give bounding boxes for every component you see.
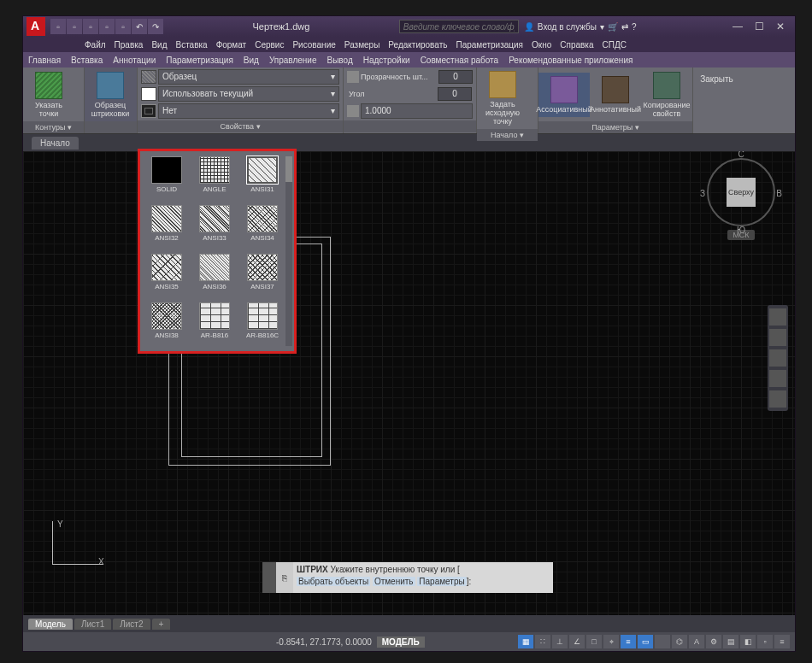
close-hatch-panel[interactable]: Закрыть: [693, 67, 740, 133]
viewcube-face-top[interactable]: Сверху: [727, 178, 756, 207]
status-ws-icon[interactable]: ⚙: [706, 635, 721, 648]
menu-dimensions[interactable]: Размеры: [344, 40, 380, 50]
status-osnap-icon[interactable]: □: [586, 635, 602, 648]
nav-orbit-icon[interactable]: [769, 370, 786, 387]
cmd-opt-select[interactable]: Выбрать объекты: [297, 577, 370, 586]
menu-insert[interactable]: Вставка: [175, 40, 207, 50]
search-input[interactable]: [399, 20, 519, 33]
tab-output[interactable]: Вывод: [322, 56, 358, 65]
qat-saveas-icon[interactable]: ▫: [99, 19, 115, 34]
hatch-pattern-button[interactable]: Образец штриховки: [85, 68, 136, 121]
status-iso-icon[interactable]: ◧: [740, 635, 756, 648]
hatch-item-ansi33[interactable]: ANSI33: [193, 205, 236, 249]
menu-edit2[interactable]: Редактировать: [388, 40, 447, 50]
viewcube-e[interactable]: В: [776, 189, 782, 198]
scale-input[interactable]: 1.0000: [361, 103, 473, 119]
close-icon[interactable]: ✕: [776, 21, 785, 32]
menu-view[interactable]: Вид: [151, 40, 167, 50]
status-custom-icon[interactable]: ≡: [774, 635, 790, 648]
viewcube[interactable]: Сверху С Ю В З МСК: [703, 158, 780, 252]
cmdline-grip[interactable]: [262, 562, 276, 593]
qat-print-icon[interactable]: ▫: [115, 19, 131, 34]
layout-sheet1[interactable]: Лист1: [74, 619, 111, 630]
menu-window[interactable]: Окно: [532, 40, 551, 50]
copy-props-button[interactable]: Копирование свойств: [641, 68, 692, 121]
menu-parametrize[interactable]: Параметризация: [456, 40, 523, 50]
hatch-item-ar-b816c[interactable]: AR-B816C: [241, 302, 284, 346]
exchange-icon[interactable]: ⇄: [621, 22, 628, 32]
hatch-item-ansi34[interactable]: ANSI34: [241, 205, 284, 249]
panel-title-props[interactable]: Свойства ▾: [138, 120, 343, 132]
hatch-item-ar-b816[interactable]: AR-B816: [193, 302, 236, 346]
status-scale-icon[interactable]: ⌬: [672, 635, 687, 648]
tab-view[interactable]: Вид: [238, 56, 264, 65]
tab-collab[interactable]: Совместная работа: [415, 56, 504, 65]
bg-dropdown[interactable]: Нет▾: [158, 103, 339, 119]
viewcube-n[interactable]: С: [738, 151, 744, 159]
color-dropdown[interactable]: Использовать текущий▾: [158, 86, 339, 102]
cmd-opt-params[interactable]: Параметры: [417, 577, 466, 586]
qat-redo-icon[interactable]: ↷: [148, 19, 163, 34]
start-tab[interactable]: Начало: [32, 137, 79, 150]
angle-input[interactable]: 0: [438, 87, 472, 101]
basket-icon[interactable]: 🛒: [608, 22, 618, 32]
status-otrack-icon[interactable]: ⌖: [603, 635, 619, 648]
hatch-item-ansi31[interactable]: ANSI31: [241, 156, 284, 200]
nav-wheel-icon[interactable]: [769, 308, 786, 326]
panel-title-contours[interactable]: Контуры ▾: [23, 121, 84, 133]
cmdline-text[interactable]: ШТРИХ Укажите внутреннюю точку или [ Выб…: [293, 562, 553, 593]
hatch-scroll-thumb[interactable]: [285, 156, 292, 182]
hatch-item-ansi38[interactable]: ANSI38: [145, 302, 188, 346]
qat-save-icon[interactable]: ▫: [83, 19, 98, 34]
qat-undo-icon[interactable]: ↶: [132, 19, 147, 34]
status-clean-icon[interactable]: ▫: [757, 635, 773, 648]
color-swatch[interactable]: [141, 87, 156, 101]
nav-pan-icon[interactable]: [769, 329, 786, 346]
hatch-item-ansi35[interactable]: ANSI35: [145, 254, 188, 297]
menu-service[interactable]: Сервис: [255, 40, 284, 50]
minimize-icon[interactable]: —: [733, 21, 743, 32]
annotative-button[interactable]: Аннотативный: [590, 73, 641, 117]
pattern-type-dropdown[interactable]: Образец▾: [158, 69, 339, 85]
status-monitor-icon[interactable]: ▤: [723, 635, 738, 648]
command-line[interactable]: ⎘ ШТРИХ Укажите внутреннюю точку или [ В…: [262, 562, 553, 593]
status-annoscale-icon[interactable]: A: [689, 635, 704, 648]
hatch-item-ansi32[interactable]: ANSI32: [145, 205, 188, 249]
menu-file[interactable]: Файл: [85, 40, 106, 50]
hatch-item-solid[interactable]: SOLID: [145, 156, 188, 200]
viewcube-s[interactable]: Ю: [737, 226, 745, 235]
hatch-item-ansi37[interactable]: ANSI37: [241, 254, 284, 297]
hatch-item-angle[interactable]: ANGLE: [193, 156, 236, 200]
help-icon[interactable]: ?: [632, 22, 637, 32]
pick-points-button[interactable]: Указать точки: [23, 68, 74, 121]
tab-home[interactable]: Главная: [23, 56, 66, 65]
panel-title-origin[interactable]: Начало ▾: [477, 129, 538, 141]
status-grid-icon[interactable]: ▦: [518, 635, 533, 648]
menu-spds[interactable]: СПДС: [603, 40, 627, 50]
nav-zoom-icon[interactable]: [769, 349, 786, 367]
layout-add[interactable]: +: [152, 619, 171, 630]
tab-parametric[interactable]: Параметризация: [161, 56, 238, 65]
cmd-opt-undo[interactable]: Отменить: [373, 577, 415, 586]
nav-show-icon[interactable]: [769, 390, 786, 408]
status-dyninput-icon[interactable]: ▭: [638, 635, 653, 648]
set-origin-button[interactable]: Задать исходную точку: [477, 67, 528, 129]
qat-new-icon[interactable]: ▫: [50, 19, 66, 34]
app-logo[interactable]: [26, 17, 45, 36]
hatch-scrollbar[interactable]: [285, 156, 292, 346]
associative-button[interactable]: Ассоциативный: [538, 73, 590, 117]
menu-format[interactable]: Формат: [216, 40, 247, 50]
menu-edit[interactable]: Правка: [115, 40, 144, 50]
viewcube-ring[interactable]: Сверху С Ю В З: [707, 158, 775, 226]
tab-insert[interactable]: Вставка: [66, 56, 108, 65]
login-area[interactable]: 👤 Вход в службы ▾ 🛒 ⇄ ?: [524, 22, 637, 32]
tab-apps[interactable]: Рекомендованные приложения: [503, 56, 638, 65]
menu-help[interactable]: Справка: [560, 40, 593, 50]
tab-manage[interactable]: Управление: [264, 56, 322, 65]
layout-sheet2[interactable]: Лист2: [113, 619, 150, 630]
panel-title-options[interactable]: Параметры ▾: [538, 121, 692, 133]
transparency-input[interactable]: 0: [438, 70, 473, 84]
qat-open-icon[interactable]: ▫: [67, 19, 82, 34]
maximize-icon[interactable]: ☐: [755, 21, 764, 32]
tab-annotate[interactable]: Аннотации: [108, 56, 161, 65]
